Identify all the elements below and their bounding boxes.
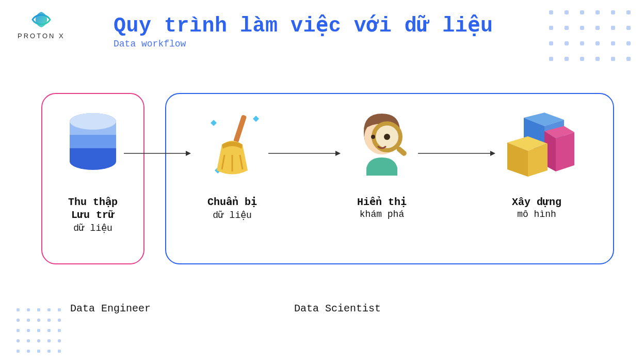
svg-point-12 [371, 135, 375, 139]
role-label-scientist: Data Scientist [294, 303, 381, 314]
arrow-icon [124, 150, 191, 151]
svg-marker-26 [335, 151, 341, 156]
dots-decoration-bottom-left [17, 308, 61, 353]
database-icon [65, 108, 121, 181]
arrow-icon [268, 150, 341, 151]
step-title: Hiển thị [357, 195, 407, 208]
blocks-icon [498, 108, 575, 181]
svg-point-1 [70, 113, 116, 130]
workflow-diagram: Thu thập Lưu trữ dữ liệu Chuẩn bị dữ liệ… [41, 93, 614, 269]
svg-rect-5 [233, 115, 247, 143]
step-subtitle: khám phá [357, 209, 407, 219]
step-prepare: Chuẩn bị dữ liệu [181, 108, 284, 221]
step-build-model: Xây dựng mô hình [485, 108, 588, 219]
svg-point-11 [384, 134, 390, 140]
dots-decoration-top-right [549, 10, 631, 61]
step-subtitle: dữ liệu [68, 222, 118, 233]
page-header: Quy trình làm việc với dữ liệu Data work… [114, 12, 493, 49]
brand-name: PROTON X [18, 32, 65, 40]
step-title: Xây dựng [512, 195, 561, 208]
step-subtitle: dữ liệu [207, 209, 257, 221]
page-subtitle: Data workflow [114, 39, 493, 49]
arrow-icon [418, 150, 495, 151]
step-visualize-explore: Hiển thị khám phá [330, 108, 433, 219]
step-title: Chuẩn bị [207, 195, 257, 208]
svg-marker-24 [186, 151, 191, 156]
svg-marker-28 [490, 151, 495, 156]
step-collect-store: Thu thập Lưu trữ dữ liệu [41, 108, 144, 233]
svg-marker-19 [556, 132, 574, 171]
page-title: Quy trình làm việc với dữ liệu [114, 12, 493, 38]
proton-x-logo-icon [28, 9, 54, 30]
broom-icon [201, 108, 263, 181]
brand-logo: PROTON X [18, 9, 65, 40]
svg-marker-2 [211, 120, 217, 126]
role-label-engineer: Data Engineer [70, 303, 151, 314]
magnifier-person-icon [348, 108, 415, 181]
step-subtitle: mô hình [512, 209, 561, 219]
svg-marker-3 [253, 116, 259, 122]
step-title: Thu thập Lưu trữ [68, 195, 118, 221]
